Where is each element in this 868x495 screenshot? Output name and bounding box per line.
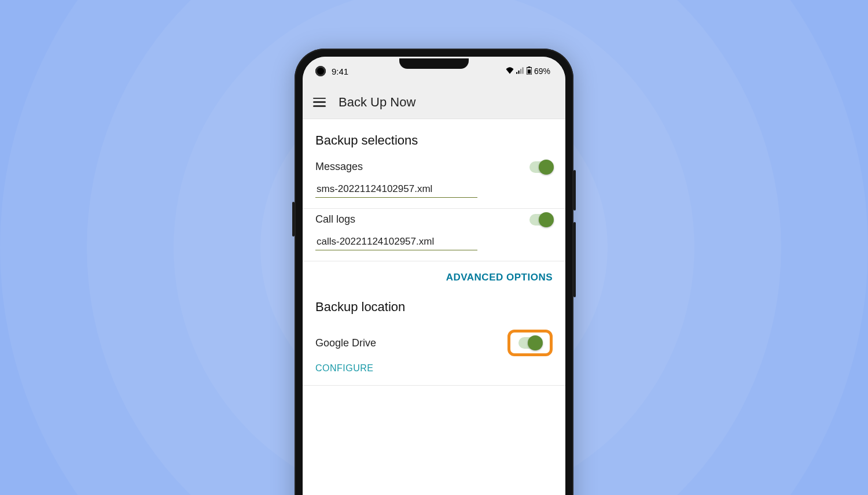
- backup-selections-heading: Backup selections: [303, 119, 565, 156]
- google-drive-label: Google Drive: [315, 337, 376, 349]
- svg-rect-0: [516, 72, 517, 74]
- highlight-callout: [507, 330, 553, 356]
- phone-frame: 9:41 69%: [295, 49, 573, 495]
- svg-rect-3: [522, 67, 523, 73]
- google-drive-toggle[interactable]: [518, 337, 542, 349]
- svg-rect-1: [518, 71, 519, 74]
- messages-filename-input[interactable]: sms-20221124102957.xml: [315, 180, 477, 198]
- configure-link[interactable]: CONFIGURE: [303, 360, 565, 385]
- messages-label: Messages: [315, 161, 363, 173]
- page-title: Back Up Now: [339, 95, 415, 110]
- calllogs-row: Call logs: [303, 209, 565, 229]
- calllogs-toggle[interactable]: [529, 214, 553, 226]
- svg-rect-6: [528, 69, 531, 73]
- advanced-options-link[interactable]: ADVANCED OPTIONS: [303, 261, 565, 297]
- calllogs-filename-input[interactable]: calls-20221124102957.xml: [315, 232, 477, 250]
- camera-hole-icon: [315, 66, 326, 76]
- backup-location-heading: Backup location: [303, 297, 565, 323]
- signal-icon: [516, 67, 524, 76]
- app-bar: Back Up Now: [303, 86, 565, 119]
- google-drive-row: Google Drive: [303, 323, 565, 360]
- battery-icon: [527, 67, 532, 76]
- phone-notch: [399, 58, 469, 69]
- menu-icon[interactable]: [313, 98, 326, 107]
- wifi-icon: [506, 67, 514, 76]
- svg-rect-2: [520, 69, 521, 73]
- messages-row: Messages: [303, 156, 565, 176]
- battery-percent: 69%: [534, 67, 550, 76]
- status-time: 9:41: [332, 67, 348, 76]
- calllogs-label: Call logs: [315, 213, 355, 226]
- messages-toggle[interactable]: [529, 161, 553, 173]
